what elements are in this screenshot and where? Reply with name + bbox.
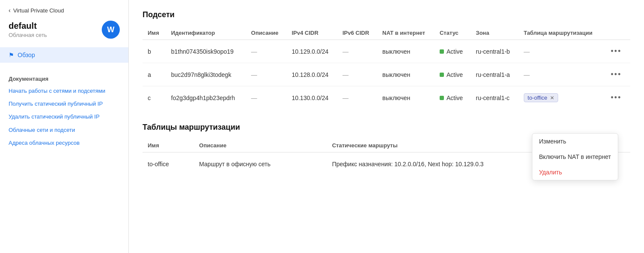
docs-title: Документация	[9, 76, 120, 82]
sidebar-docs: Документация Начать работы с сетями и по…	[0, 69, 128, 155]
sidebar: ‹ Virtual Private Cloud default Облачная…	[0, 0, 129, 253]
tag-close-icon[interactable]: ✕	[550, 95, 554, 101]
subnets-title: Подсети	[143, 10, 630, 19]
subnet-id: b1thn074350isk9opo19	[166, 40, 246, 63]
row-c-actions-button[interactable]: •••	[609, 92, 623, 103]
doc-link-delete-ip[interactable]: Удалить статический публичный IP	[9, 113, 120, 121]
subnet-routing: —	[519, 40, 604, 63]
back-arrow-icon: ‹	[9, 7, 11, 14]
sidebar-nav: ⚑ Обзор	[0, 45, 128, 65]
col-ipv6: IPv6 CIDR	[337, 26, 377, 40]
context-menu: Изменить Включить NAT в интернет Удалить	[532, 133, 618, 180]
menu-item-nat[interactable]: Включить NAT в интернет	[532, 149, 618, 165]
subnet-routing-tag: to-office ✕	[519, 86, 604, 110]
status-dot	[440, 49, 444, 54]
subnets-table: Имя Идентификатор Описание IPv4 CIDR IPv…	[143, 26, 630, 109]
col-name: Имя	[143, 26, 166, 40]
subnet-ipv6: —	[337, 63, 377, 86]
subnet-nat: выключен	[377, 86, 434, 110]
col-zone: Зона	[471, 26, 519, 40]
subnet-desc: —	[246, 86, 287, 110]
status-label: Active	[447, 71, 463, 78]
table-row: c fo2g3dgp4h1pb23epdrh — 10.130.0.0/24 —…	[143, 86, 630, 110]
col-nat: NAT в интернет	[377, 26, 434, 40]
subnet-actions: •••	[604, 40, 630, 63]
subnet-ipv4: 10.129.0.0/24	[286, 40, 337, 63]
subnet-zone: ru-central1-b	[471, 40, 519, 63]
col-id: Идентификатор	[166, 26, 246, 40]
doc-link-start[interactable]: Начать работы с сетями и подсетями	[9, 87, 120, 95]
doc-link-cloud-nets[interactable]: Облачные сети и подсети	[9, 126, 120, 134]
subnet-ipv4: 10.130.0.0/24	[286, 86, 337, 110]
subnet-id: buc2d97n8glki3todegk	[166, 63, 246, 86]
back-label: Virtual Private Cloud	[13, 7, 64, 14]
subnet-name: b	[143, 40, 166, 63]
table-header-row: Имя Идентификатор Описание IPv4 CIDR IPv…	[143, 26, 630, 40]
subnet-actions: •••	[604, 86, 630, 110]
menu-item-edit[interactable]: Изменить	[532, 134, 618, 149]
nav-overview-label: Обзор	[18, 52, 35, 58]
subnet-name: a	[143, 63, 166, 86]
status-dot	[440, 73, 444, 77]
subnet-nat: выключен	[377, 63, 434, 86]
subnet-status: Active	[434, 63, 471, 86]
network-title: default Облачная сеть	[9, 21, 47, 38]
menu-item-delete[interactable]: Удалить	[532, 165, 618, 180]
subnet-status: Active	[434, 86, 471, 110]
sidebar-item-overview[interactable]: ⚑ Обзор	[0, 47, 128, 63]
rt-name: to-office	[143, 152, 194, 176]
subnet-status: Active	[434, 40, 471, 63]
table-row: a buc2d97n8glki3todegk — 10.128.0.0/24 —…	[143, 63, 630, 86]
subnet-ipv6: —	[337, 40, 377, 63]
doc-link-static-ip[interactable]: Получить статический публичный IP	[9, 100, 120, 108]
flag-icon: ⚑	[9, 52, 14, 58]
subnet-name: c	[143, 86, 166, 110]
col-routing: Таблица маршрутизации	[519, 26, 604, 40]
back-link[interactable]: ‹ Virtual Private Cloud	[0, 0, 128, 18]
subnet-desc: —	[246, 40, 287, 63]
table-row: b b1thn074350isk9opo19 — 10.129.0.0/24 —…	[143, 40, 630, 63]
tag-label: to-office	[528, 94, 547, 101]
avatar: W	[102, 21, 120, 39]
subnet-routing: —	[519, 63, 604, 86]
row-actions-button[interactable]: •••	[609, 46, 623, 57]
doc-link-addresses[interactable]: Адреса облачных ресурсов	[9, 139, 120, 147]
rt-desc: Маршрут в офисную сеть	[194, 152, 327, 176]
subnet-desc: —	[246, 63, 287, 86]
subnet-ipv6: —	[337, 86, 377, 110]
col-actions	[604, 26, 630, 40]
col-status: Статус	[434, 26, 471, 40]
subnet-nat: выключен	[377, 40, 434, 63]
subnet-zone: ru-central1-c	[471, 86, 519, 110]
main-content: Подсети Имя Идентификатор Описание IPv4 …	[129, 0, 644, 253]
subnet-ipv4: 10.128.0.0/24	[286, 63, 337, 86]
status-dot	[440, 96, 444, 100]
subnet-actions: •••	[604, 63, 630, 86]
sidebar-header: default Облачная сеть W	[0, 18, 128, 45]
status-label: Active	[447, 48, 463, 55]
routing-tables-title: Таблицы маршрутизации	[143, 123, 630, 132]
rt-col-desc: Описание	[194, 139, 327, 152]
network-type: Облачная сеть	[9, 32, 47, 38]
row-actions-button[interactable]: •••	[609, 69, 623, 80]
col-desc: Описание	[246, 26, 287, 40]
rt-col-name: Имя	[143, 139, 194, 152]
subnet-id: fo2g3dgp4h1pb23epdrh	[166, 86, 246, 110]
status-label: Active	[447, 94, 463, 101]
network-name: default	[9, 21, 47, 31]
subnet-zone: ru-central1-a	[471, 63, 519, 86]
col-ipv4: IPv4 CIDR	[286, 26, 337, 40]
